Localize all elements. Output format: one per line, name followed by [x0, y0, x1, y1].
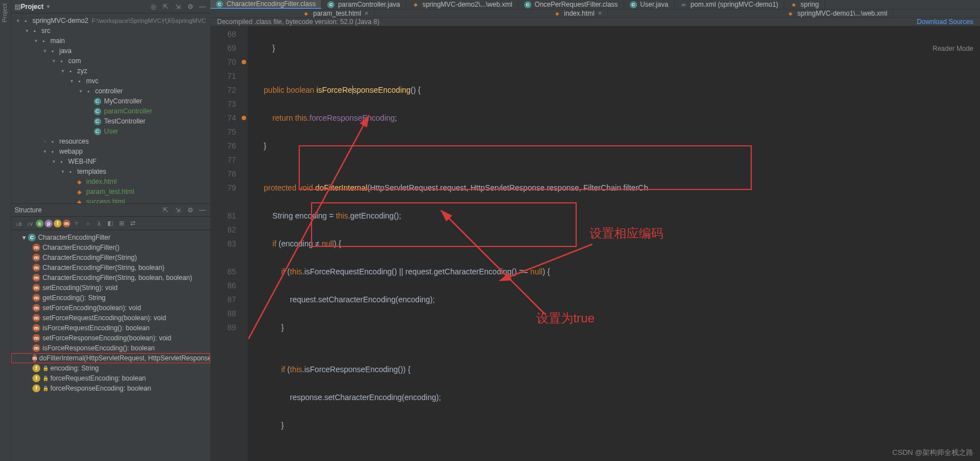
filter-c-icon[interactable]: c — [36, 220, 44, 227]
structure-item[interactable]: msetEncoding(String): void — [11, 283, 210, 293]
chevron-icon[interactable]: ▾ — [59, 68, 66, 74]
chevron-icon[interactable]: ▾ — [41, 48, 48, 54]
tree-row[interactable]: CMyController — [11, 96, 210, 106]
editor-tab[interactable]: mpom.xml (springMVC-demo1) — [675, 0, 785, 9]
editor-tab[interactable]: CCharacterEncodingFilter.class — [210, 0, 322, 9]
tree-row[interactable]: ▾▪main — [11, 36, 210, 46]
sort-visibility-icon[interactable]: ↓v — [25, 218, 35, 229]
hide-icon[interactable]: — — [198, 206, 207, 215]
structure-item[interactable]: mdoFilterInternal(HttpServletRequest, Ht… — [11, 353, 210, 363]
structure-item[interactable]: f🔒forceRequestEncoding: boolean — [11, 373, 210, 383]
structure-tree[interactable]: ▾CCharacterEncodingFiltermCharacterEncod… — [11, 230, 210, 461]
folder-icon: ▪ — [48, 47, 57, 55]
tree-row[interactable]: ▾▪controller — [11, 86, 210, 96]
tree-row[interactable]: CTestController — [11, 116, 210, 126]
class-icon: C — [93, 127, 102, 135]
download-sources-link[interactable]: Download Sources — [917, 18, 973, 26]
project-title[interactable]: Project — [21, 3, 44, 11]
collapse-all-icon[interactable]: ⇲ — [173, 2, 182, 11]
structure-label: encoding: String — [50, 364, 99, 372]
chevron-icon[interactable]: ▾ — [23, 28, 30, 34]
filter2-icon[interactable]: ○ — [83, 218, 93, 229]
tree-row[interactable]: ▾▪springMVC-demo2F:\workspace\SpringMVC代… — [11, 16, 210, 26]
structure-item[interactable]: mCharacterEncodingFilter() — [11, 243, 210, 253]
fold-strip[interactable] — [241, 26, 248, 461]
chevron-icon[interactable]: ▾ — [77, 88, 84, 94]
structure-item[interactable]: misForceRequestEncoding(): boolean — [11, 323, 210, 333]
line-number: 75 — [210, 125, 236, 139]
code-content[interactable]: } public boolean isForceResponseEncoding… — [248, 26, 980, 461]
chevron-icon[interactable]: ▾ — [50, 159, 57, 164]
tree-row[interactable]: ▾▪src — [11, 26, 210, 36]
structure-item[interactable]: mCharacterEncodingFilter(String) — [11, 253, 210, 263]
editor-tab[interactable]: ◆spring — [784, 0, 825, 9]
close-icon[interactable]: × — [365, 9, 369, 17]
structure-item[interactable]: mCharacterEncodingFilter(String, boolean… — [11, 273, 210, 283]
editor-tab[interactable]: ◆springMVC-demo1\...\web.xml — [781, 9, 894, 17]
tree-row[interactable]: ›▪resources — [11, 136, 210, 146]
structure-item[interactable]: f🔒forceResponseEncoding: boolean — [11, 383, 210, 393]
lambda-icon[interactable]: λ — [94, 218, 104, 229]
filter-m-icon[interactable]: m — [63, 220, 70, 227]
project-tree[interactable]: ▾▪springMVC-demo2F:\workspace\SpringMVC代… — [11, 13, 210, 203]
chevron-icon[interactable]: › — [41, 139, 48, 144]
method-icon: m — [32, 294, 40, 302]
expand-icon[interactable]: ⊞ — [116, 218, 126, 229]
chevron-icon[interactable]: ▾ — [15, 18, 21, 23]
expand-all-icon[interactable]: ⇱ — [161, 2, 170, 11]
editor-tab[interactable]: ◆param_test.html× — [297, 9, 375, 17]
expand-all-icon[interactable]: ⇱ — [161, 206, 170, 215]
tree-row[interactable]: CUser — [11, 126, 210, 136]
editor-tab[interactable]: COncePerRequestFilter.class — [519, 0, 624, 9]
xml-icon: ◆ — [790, 1, 797, 8]
tree-row[interactable]: ▾▪templates — [11, 167, 210, 177]
structure-root[interactable]: ▾CCharacterEncodingFilter — [11, 232, 210, 243]
collapse-all-icon[interactable]: ⇲ — [173, 206, 182, 215]
structure-item[interactable]: msetForceRequestEncoding(boolean): void — [11, 313, 210, 323]
editor-tab[interactable]: CUser.java — [624, 0, 675, 9]
line-number: 82 — [210, 223, 236, 237]
tree-row[interactable]: ◆index.html — [11, 177, 210, 187]
folder-icon: ▪ — [39, 37, 48, 45]
project-tool-button[interactable]: Project — [0, 0, 9, 26]
chevron-icon[interactable]: ▾ — [59, 169, 66, 174]
structure-item[interactable]: msetForceResponseEncoding(boolean): void — [11, 333, 210, 343]
folder-icon: ▪ — [84, 87, 93, 95]
sort-alpha-icon[interactable]: ↓a — [13, 218, 23, 229]
chevron-icon[interactable]: ▾ — [41, 149, 48, 154]
close-icon[interactable]: × — [598, 9, 602, 17]
structure-item[interactable]: mCharacterEncodingFilter(String, boolean… — [11, 263, 210, 273]
tree-row[interactable]: ▾▪webapp — [11, 146, 210, 156]
tree-row[interactable]: ▾▪mvc — [11, 76, 210, 86]
chevron-icon[interactable]: ▾ — [68, 78, 75, 84]
filter-icon[interactable]: ▿ — [72, 218, 82, 229]
editor-tab[interactable]: ◆springMVC-demo2\...\web.xml — [406, 0, 519, 9]
tree-row[interactable]: ▾▪java — [11, 46, 210, 56]
editor-tab[interactable]: CparamController.java — [322, 0, 406, 9]
line-number: 73 — [210, 97, 236, 111]
code-area[interactable]: 6869707172737475767778798182838586878889… — [210, 26, 980, 461]
structure-item[interactable]: mgetEncoding(): String — [11, 293, 210, 303]
tree-row[interactable]: ▾▪com — [11, 56, 210, 66]
chevron-icon[interactable]: ▾ — [32, 38, 39, 44]
structure-item[interactable]: msetForceEncoding(boolean): void — [11, 303, 210, 313]
structure-item[interactable]: f🔒encoding: String — [11, 363, 210, 373]
gear-icon[interactable]: ⚙ — [186, 206, 195, 215]
tree-row[interactable]: CparamController — [11, 106, 210, 116]
hide-icon[interactable]: — — [198, 2, 207, 11]
gear-icon[interactable]: ⚙ — [186, 2, 195, 11]
structure-title[interactable]: Structure — [15, 206, 42, 214]
filter-f-icon[interactable]: f — [54, 220, 62, 227]
tree-row[interactable]: ◆success.html — [11, 197, 210, 203]
select-opened-icon[interactable]: ◎ — [149, 2, 158, 11]
filter-p-icon[interactable]: p — [45, 220, 53, 227]
structure-item[interactable]: misForceResponseEncoding(): boolean — [11, 343, 210, 353]
chevron-down-icon[interactable]: ▼ — [46, 4, 51, 9]
anon-icon[interactable]: ◧ — [105, 218, 115, 229]
tree-row[interactable]: ▾▪WEB-INF — [11, 156, 210, 167]
autoscroll-icon[interactable]: ⇄ — [128, 218, 138, 229]
tree-row[interactable]: ◆param_test.html — [11, 187, 210, 197]
chevron-icon[interactable]: ▾ — [50, 58, 57, 64]
tree-row[interactable]: ▾▪zyz — [11, 66, 210, 76]
editor-tab[interactable]: ◆index.html× — [548, 9, 608, 17]
